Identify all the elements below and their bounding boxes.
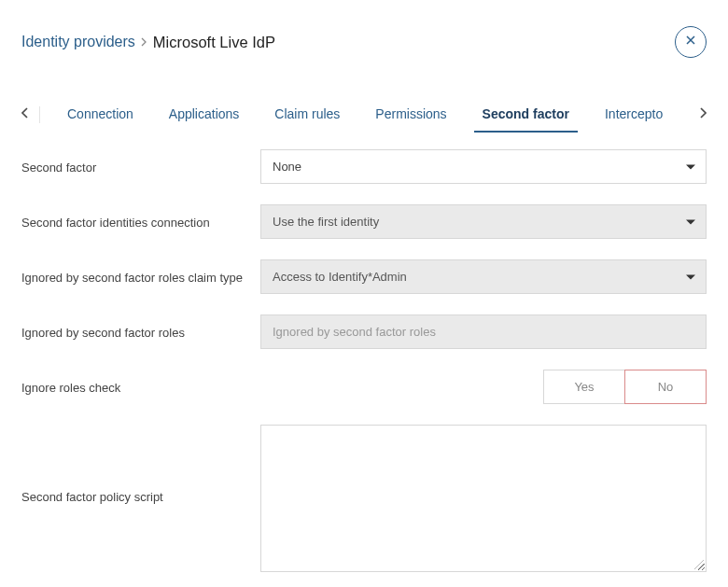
chevron-right-icon: [698, 106, 707, 123]
ignore-roles-check-toggle: Yes No: [260, 370, 707, 404]
close-button[interactable]: [675, 26, 707, 58]
chevron-right-icon: [141, 35, 147, 49]
row-ignored-roles-claim-type: Ignored by second factor roles claim typ…: [21, 259, 707, 294]
chevron-down-icon: [685, 215, 696, 229]
row-second-factor: Second factor None: [21, 149, 707, 184]
label-ignore-roles-check: Ignore roles check: [21, 379, 260, 395]
select-value: None: [273, 160, 301, 174]
tabs-scroll-right-button[interactable]: [694, 104, 711, 126]
label-policy-script: Second factor policy script: [21, 425, 260, 504]
tabs-container: Connection Applications Claim rules Perm…: [0, 97, 728, 133]
tab-applications[interactable]: Applications: [151, 97, 258, 133]
tab-claim-rules[interactable]: Claim rules: [257, 97, 357, 133]
tab-connection[interactable]: Connection: [49, 97, 151, 133]
tab-second-factor[interactable]: Second factor: [465, 97, 587, 133]
policy-script-textarea[interactable]: [260, 425, 707, 572]
second-factor-select[interactable]: None: [260, 149, 707, 184]
toggle-no-button[interactable]: No: [624, 370, 707, 404]
toggle-yes-button[interactable]: Yes: [543, 370, 625, 404]
chevron-left-icon: [21, 106, 30, 123]
select-value: Access to Identify*Admin: [273, 270, 407, 284]
placeholder-text: Ignored by second factor roles: [273, 325, 436, 339]
tab-interceptor[interactable]: Intercepto: [587, 97, 680, 133]
identities-connection-select: Use the first identity: [260, 204, 707, 239]
select-value: Use the first identity: [273, 215, 379, 229]
form: Second factor None Second factor identit…: [0, 133, 728, 572]
label-ignored-roles: Ignored by second factor roles: [21, 324, 260, 340]
page-header: Identity providers Microsoft Live IdP: [0, 0, 728, 75]
chevron-down-icon: [685, 160, 696, 174]
label-second-factor: Second factor: [21, 159, 260, 175]
chevron-down-icon: [685, 270, 696, 284]
tabs-scroll-left-button[interactable]: [17, 104, 34, 126]
row-identities-connection: Second factor identities connection Use …: [21, 204, 707, 239]
breadcrumb-current: Microsoft Live IdP: [153, 34, 275, 51]
row-policy-script: Second factor policy script: [21, 425, 707, 572]
ignored-roles-claim-type-select: Access to Identify*Admin: [260, 259, 707, 294]
row-ignored-roles: Ignored by second factor roles Ignored b…: [21, 314, 707, 349]
label-identities-connection: Second factor identities connection: [21, 214, 260, 230]
ignored-roles-input: Ignored by second factor roles: [260, 314, 707, 349]
tab-permissions[interactable]: Permissions: [357, 97, 464, 133]
tabs: Connection Applications Claim rules Perm…: [40, 97, 694, 133]
label-ignored-roles-claim-type: Ignored by second factor roles claim typ…: [21, 269, 260, 285]
breadcrumb: Identity providers Microsoft Live IdP: [21, 34, 275, 51]
close-icon: [684, 34, 697, 50]
row-ignore-roles-check: Ignore roles check Yes No: [21, 370, 707, 404]
breadcrumb-parent-link[interactable]: Identity providers: [21, 34, 135, 50]
